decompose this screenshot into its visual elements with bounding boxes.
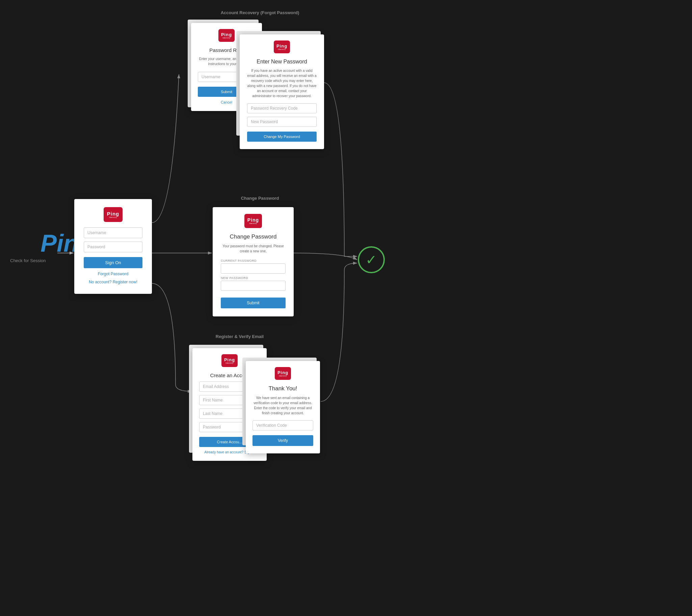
ping-logo-box: Ping Identity bbox=[104, 207, 123, 222]
login-password-input[interactable] bbox=[84, 242, 143, 252]
new-password-input-change[interactable] bbox=[221, 281, 286, 291]
enter-new-password-card: Ping Identity Enter New Password If you … bbox=[240, 35, 324, 149]
ping-logo-text: Ping bbox=[107, 211, 120, 216]
thank-you-card: Ping Identity Thank You! We have sent an… bbox=[246, 361, 320, 454]
forgot-identity-text: Identity bbox=[223, 37, 230, 39]
new-password-identity-text: Identity bbox=[278, 48, 286, 50]
enter-new-password-title: Enter New Password bbox=[247, 59, 317, 65]
check-mark-icon: ✓ bbox=[365, 253, 377, 266]
login-card: Ping Identity Sign On Forgot Password No… bbox=[74, 199, 152, 294]
thank-you-logo: Ping Identity bbox=[252, 367, 313, 380]
login-logo: Ping Identity bbox=[84, 207, 143, 222]
create-account-identity-text: Identity bbox=[226, 362, 233, 364]
new-password-label-change: NEW PASSWORD bbox=[221, 276, 286, 280]
change-password-submit-button[interactable]: Submit bbox=[221, 298, 286, 308]
change-my-password-button[interactable]: Change My Password bbox=[247, 132, 317, 142]
register-verify-label: Register & Verify Email bbox=[189, 334, 290, 339]
create-account-logo-box: Ping Identity bbox=[222, 354, 238, 367]
thank-you-subtitle: We have sent an email containing a verif… bbox=[252, 395, 313, 416]
change-password-title: Change Password bbox=[221, 234, 286, 240]
verify-button[interactable]: Verify bbox=[252, 435, 313, 446]
thank-you-logo-text: Ping bbox=[277, 370, 288, 375]
change-password-logo-text: Ping bbox=[247, 218, 259, 222]
thank-you-identity-text: Identity bbox=[279, 375, 287, 377]
create-account-logo-text: Ping bbox=[224, 358, 235, 362]
arrows-svg bbox=[0, 0, 692, 616]
new-password-input[interactable] bbox=[247, 117, 317, 127]
new-password-logo-text: Ping bbox=[276, 44, 287, 48]
success-check-circle: ✓ bbox=[358, 246, 385, 273]
current-password-label: CURRENT PASSWORD bbox=[221, 259, 286, 262]
new-password-logo-box: Ping Identity bbox=[274, 41, 290, 53]
no-account-link[interactable]: No account? Register now! bbox=[84, 280, 143, 284]
new-password-group: NEW PASSWORD bbox=[221, 276, 286, 291]
thank-you-title: Thank You! bbox=[252, 385, 313, 392]
forgot-logo-box: Ping Identity bbox=[218, 29, 235, 42]
current-password-input[interactable] bbox=[221, 263, 286, 273]
forgot-logo-text: Ping bbox=[221, 32, 232, 37]
account-recovery-label: Account Recovery (Forgot Password) bbox=[209, 10, 311, 15]
change-password-logo-box: Ping Identity bbox=[245, 214, 262, 228]
change-password-logo: Ping Identity bbox=[221, 214, 286, 228]
login-username-input[interactable] bbox=[84, 227, 143, 238]
ping-identity-text: Identity bbox=[109, 216, 117, 218]
current-password-group: CURRENT PASSWORD bbox=[221, 259, 286, 273]
forgot-password-link[interactable]: Forgot Password bbox=[84, 271, 143, 276]
thank-you-logo-box: Ping Identity bbox=[275, 367, 291, 380]
new-password-logo: Ping Identity bbox=[247, 41, 317, 53]
change-password-identity-text: Identity bbox=[249, 222, 257, 224]
change-password-label: Change Password bbox=[216, 196, 304, 201]
sign-on-button[interactable]: Sign On bbox=[84, 257, 143, 268]
session-label: Check for Session bbox=[10, 258, 46, 263]
change-password-subtitle: Your password must be changed. Please cr… bbox=[221, 244, 286, 254]
enter-new-password-subtitle: If you have an active account with a val… bbox=[247, 68, 317, 98]
verification-code-input[interactable] bbox=[252, 420, 313, 431]
change-password-card: Ping Identity Change Password Your passw… bbox=[213, 207, 294, 316]
recovery-code-input[interactable] bbox=[247, 103, 317, 113]
